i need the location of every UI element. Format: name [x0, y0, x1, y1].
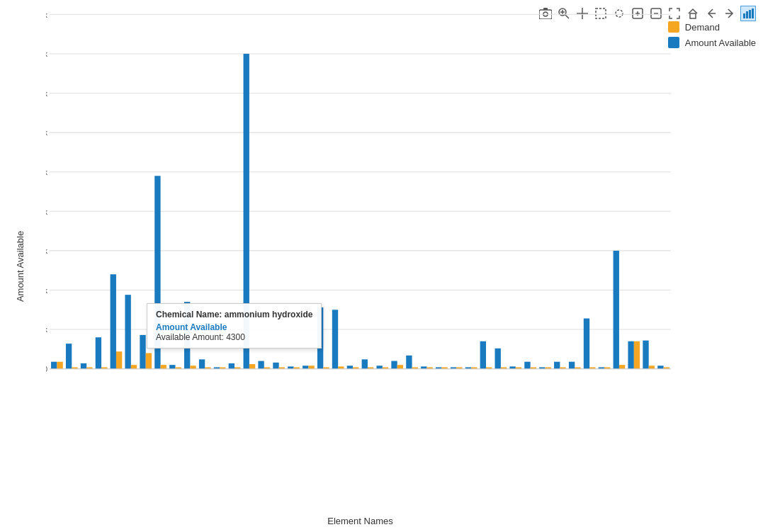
svg-text:5k: 5k — [46, 325, 47, 334]
svg-rect-151 — [584, 319, 589, 369]
svg-rect-82 — [244, 54, 249, 369]
svg-text:0: 0 — [46, 365, 47, 373]
svg-rect-65 — [161, 365, 166, 369]
x-axis-label: Element Names — [46, 516, 674, 526]
svg-rect-85 — [258, 361, 264, 369]
svg-rect-106 — [362, 359, 368, 368]
chart-type-icon[interactable] — [740, 6, 756, 21]
svg-rect-44 — [57, 362, 62, 369]
legend: Demand Amount Available — [668, 21, 756, 48]
svg-rect-46 — [66, 344, 72, 369]
svg-rect-88 — [273, 363, 278, 369]
svg-text:45k: 45k — [46, 11, 47, 19]
svg-rect-158 — [619, 365, 625, 369]
svg-text:25k: 25k — [46, 168, 47, 176]
available-label: Amount Available — [685, 38, 756, 48]
svg-rect-139 — [524, 362, 530, 369]
legend-available: Amount Available — [668, 37, 756, 48]
svg-rect-164 — [649, 366, 655, 368]
svg-rect-83 — [249, 364, 255, 369]
svg-rect-43 — [51, 362, 57, 369]
svg-rect-71 — [190, 366, 196, 368]
svg-rect-79 — [229, 363, 234, 369]
chart-plot-area: 05k10k15k20k25k30k35k40k45k1,3-dihydroxy… — [46, 11, 674, 373]
svg-rect-55 — [111, 274, 116, 368]
svg-rect-115 — [406, 356, 412, 369]
svg-rect-21 — [749, 10, 751, 18]
svg-rect-58 — [125, 295, 130, 369]
svg-text:20k: 20k — [46, 207, 47, 215]
svg-rect-19 — [743, 13, 745, 18]
svg-rect-100 — [332, 310, 338, 368]
svg-text:35k: 35k — [46, 89, 47, 97]
demand-label: Demand — [685, 22, 720, 33]
svg-rect-70 — [184, 302, 190, 369]
chart-container: Demand Amount Available Amount Available… — [0, 0, 763, 532]
svg-rect-52 — [96, 337, 101, 368]
svg-rect-61 — [140, 335, 145, 369]
svg-rect-157 — [614, 251, 619, 369]
svg-text:10k: 10k — [46, 285, 47, 294]
svg-rect-160 — [628, 341, 633, 369]
svg-rect-20 — [746, 11, 748, 18]
svg-rect-97 — [317, 307, 323, 369]
svg-text:15k: 15k — [46, 247, 47, 255]
svg-text:40k: 40k — [46, 50, 47, 58]
svg-rect-163 — [643, 341, 648, 369]
svg-rect-64 — [154, 176, 160, 368]
svg-rect-95 — [308, 366, 314, 368]
svg-rect-56 — [116, 351, 122, 368]
legend-demand: Demand — [668, 21, 756, 33]
svg-rect-109 — [376, 366, 382, 368]
svg-rect-49 — [81, 363, 86, 369]
svg-rect-73 — [199, 359, 205, 368]
svg-rect-22 — [752, 9, 754, 18]
svg-rect-67 — [169, 365, 175, 369]
svg-rect-94 — [303, 366, 308, 368]
svg-rect-59 — [131, 365, 137, 369]
svg-rect-166 — [657, 366, 663, 368]
svg-rect-103 — [347, 366, 353, 368]
svg-rect-148 — [569, 362, 575, 369]
svg-rect-16 — [690, 13, 696, 18]
svg-rect-62 — [146, 353, 152, 368]
svg-rect-2 — [543, 8, 548, 10]
svg-text:30k: 30k — [46, 128, 47, 137]
forward-icon[interactable] — [722, 6, 737, 21]
svg-rect-145 — [554, 362, 560, 369]
chart-svg: 05k10k15k20k25k30k35k40k45k1,3-dihydroxy… — [46, 11, 674, 373]
svg-rect-161 — [634, 341, 640, 369]
home-icon[interactable] — [685, 6, 701, 21]
y-axis-label: Amount Available — [15, 196, 26, 337]
svg-rect-133 — [495, 349, 501, 369]
svg-rect-130 — [480, 341, 486, 369]
svg-rect-113 — [397, 365, 403, 369]
svg-rect-112 — [391, 361, 397, 369]
back-icon[interactable] — [703, 6, 719, 21]
